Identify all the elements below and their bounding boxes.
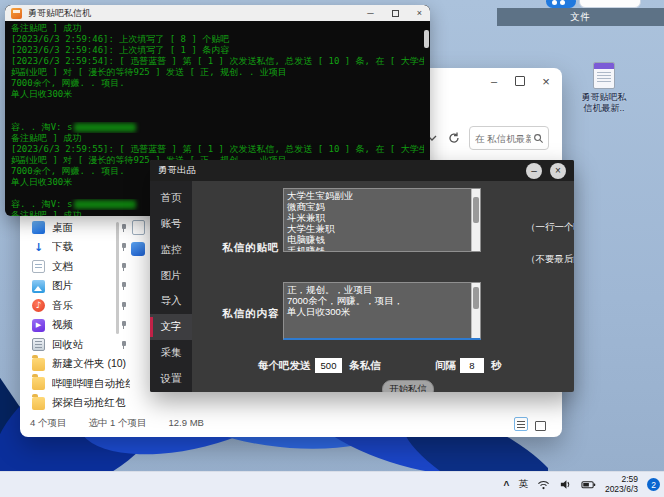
terminal-line-text: 容. . 淘V: s [11, 199, 72, 210]
tieba-field-label: 私信的贴吧 [222, 241, 280, 255]
sidebar-item-label: 视频 [52, 318, 73, 332]
sidebar-item[interactable]: 新建文件夹 (10) [28, 355, 130, 375]
list-view-icon[interactable] [514, 417, 528, 431]
nav-item[interactable]: 采集 [150, 340, 192, 366]
tieba-list-input[interactable] [284, 189, 471, 251]
wifi-icon[interactable] [537, 478, 550, 491]
sidebar-item[interactable]: 回收站 [28, 335, 130, 355]
terminal-line-text: 备注贴吧 ] 成功 [11, 133, 81, 144]
terminal-line-text: 备注贴吧 ] 成功 [11, 23, 81, 34]
terminal-line: 容. . 淘V: s [11, 122, 424, 133]
explorer-sidebar: 桌面 下载 文档 图片 音乐 [28, 218, 130, 413]
sidebar-item[interactable]: 下载 [28, 238, 130, 258]
refresh-icon[interactable] [447, 131, 461, 145]
start-button[interactable]: 开始私信 [382, 380, 434, 392]
terminal-line-text: 容. . 淘V: s [11, 122, 72, 133]
sidebar-item[interactable]: 文档 [28, 257, 130, 277]
sidebar-scrollbar[interactable] [116, 222, 119, 334]
maximize-icon[interactable] [512, 74, 528, 88]
file-menu-button[interactable]: 文件 [497, 8, 664, 26]
file-icon [132, 220, 145, 235]
pin-icon [119, 223, 128, 233]
status-selected-count: 选中 1 个项目 [88, 417, 146, 430]
sidebar-item[interactable]: 探探自动抢红包 [28, 394, 130, 414]
minimize-icon[interactable]: ─ [367, 8, 373, 18]
close-icon[interactable]: × [550, 163, 566, 179]
desktop: 文件 勇哥贴吧私 信机最新.. 桌面 [0, 0, 664, 497]
nav-item[interactable]: 文字 [150, 314, 192, 340]
send-settings-row: 每个吧发送 条私信 间隔 秒 [192, 357, 574, 375]
terminal-line: 单人日收300米 [11, 89, 424, 100]
nav-item[interactable]: 导入 [150, 289, 192, 315]
send-count-input[interactable] [315, 358, 342, 373]
sidebar-item[interactable]: 哔哩哔哩自动抢红包 [28, 374, 130, 394]
pin-icon [119, 320, 128, 330]
tray-expand-icon[interactable]: ^ [504, 480, 510, 491]
terminal-line: [2023/6/3 2:59:54]: [ 迅普蓝普 ] 第 [ 1 ] 次发送… [11, 56, 424, 67]
speaker-icon[interactable] [559, 478, 572, 491]
battery-icon[interactable] [581, 478, 596, 491]
pin-icon [119, 301, 128, 311]
nav-item[interactable]: 设置 [150, 366, 192, 392]
search-icon [533, 133, 544, 144]
hint-no-ba-suffix: （不要最后的吧字） [526, 253, 574, 266]
app-titlebar[interactable]: 勇哥出品 – × [150, 160, 574, 181]
terminal-scrollbar[interactable] [424, 30, 429, 48]
terminal-line-text: 7000余个, 网赚. . 项目. [11, 166, 125, 177]
nav-item[interactable]: 图片 [150, 263, 192, 289]
file-type-icon [32, 319, 45, 332]
terminal-line-text: [2023/6/3 2:59:46]: 上次填写了 [ 8 ] 个贴吧 [11, 34, 229, 45]
interval-input[interactable] [460, 358, 484, 373]
shortcut-label-line1: 勇哥贴吧私 [574, 92, 634, 103]
sidebar-item-label: 音乐 [52, 299, 73, 313]
app-window: 勇哥出品 – × 首页账号监控图片导入文字采集设置 私信的贴吧 （一行一个吧名）… [150, 160, 574, 392]
maximize-icon[interactable] [392, 10, 399, 17]
sidebar-item-label: 新建文件夹 (10) [52, 357, 126, 371]
notification-badge[interactable]: 2 [647, 478, 660, 491]
minimize-icon[interactable]: – [526, 163, 542, 179]
status-bar: 4 个项目 选中 1 个项目 12.9 MB [30, 417, 204, 430]
terminal-line-text: [2023/6/3 2:59:55]: [ 迅普蓝普 ] 第 [ 1 ] 次发送… [11, 144, 424, 155]
terminal-line-text: 7000余个, 网赚. . 项目. [11, 78, 125, 89]
nav-item[interactable]: 账号 [150, 211, 192, 237]
clock[interactable]: 2:59 2023/6/3 [605, 475, 638, 494]
terminal-line [11, 111, 424, 122]
sidebar-item-label: 回收站 [52, 338, 84, 352]
message-content-input[interactable] [284, 283, 471, 338]
pin-icon [119, 340, 128, 350]
scrollbar[interactable] [471, 189, 480, 251]
terminal-line-text: [2023/6/3 2:59:54]: [ 迅普蓝普 ] 第 [ 1 ] 次发送… [11, 56, 424, 67]
tieba-list-field [283, 188, 481, 252]
file-type-icon [32, 299, 45, 312]
file-type-icon [32, 358, 45, 371]
sidebar-item-label: 下载 [52, 240, 73, 254]
app-nav: 首页账号监控图片导入文字采集设置 [150, 181, 192, 392]
thumbnail-view-icon[interactable] [532, 417, 546, 431]
minimize-icon[interactable] [486, 74, 502, 88]
clipped-window-pill [546, 0, 576, 8]
sidebar-item[interactable]: 图片 [28, 277, 130, 297]
sidebar-item[interactable]: 音乐 [28, 296, 130, 316]
nav-item[interactable]: 监控 [150, 237, 192, 263]
nav-item[interactable]: 首页 [150, 185, 192, 211]
terminal-line [11, 100, 424, 111]
terminal-title: 勇哥贴吧私信机 [28, 7, 361, 20]
scrollbar[interactable] [471, 283, 480, 338]
sidebar-item[interactable]: 桌面 [28, 218, 130, 238]
file-icon [131, 242, 145, 256]
terminal-line: [2023/6/3 2:59:46]: 上次填写了 [ 1 ] 条内容 [11, 45, 424, 56]
close-icon[interactable]: × [417, 8, 422, 18]
terminal-line-text: [2023/6/3 2:59:46]: 上次填写了 [ 1 ] 条内容 [11, 45, 229, 56]
language-indicator[interactable]: 英 [518, 478, 528, 491]
close-icon[interactable] [538, 74, 554, 88]
clipped-window-box [579, 0, 641, 8]
pin-icon [119, 242, 128, 252]
terminal-titlebar[interactable]: 勇哥贴吧私信机 ─ × [5, 5, 430, 21]
terminal-line: 妈副业吧 ] 对 [ 漫长的等待925 ] 发送 [ 正, 规创. . 业项目 [11, 67, 424, 78]
search-input[interactable] [473, 132, 533, 145]
interval-label: 间隔 [435, 357, 456, 373]
interval-unit: 秒 [491, 357, 502, 373]
sidebar-item[interactable]: 视频 [28, 316, 130, 336]
desktop-shortcut[interactable]: 勇哥贴吧私 信机最新.. [574, 62, 634, 114]
content-field-label: 私信的内容 [222, 307, 280, 321]
